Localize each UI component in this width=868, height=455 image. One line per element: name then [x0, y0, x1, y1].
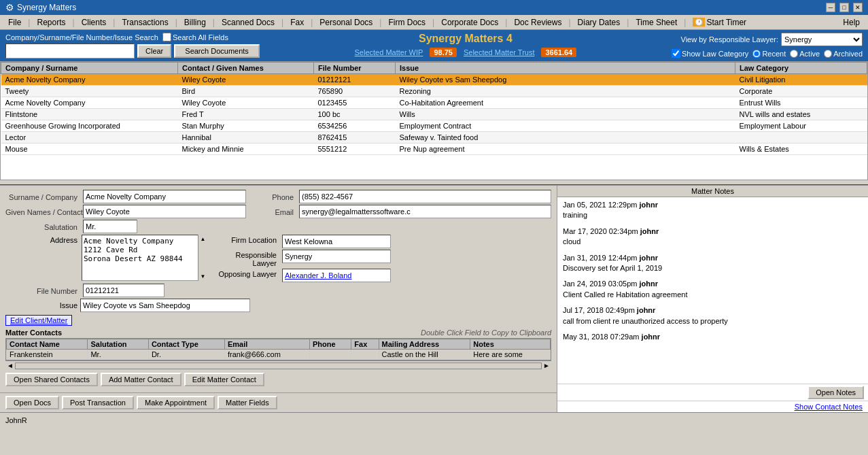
search-input[interactable] — [5, 44, 135, 58]
table-cell-law_category: NVL wills and estates — [735, 109, 867, 120]
contacts-buttons: Open Shared Contacts Add Matter Contact … — [5, 370, 551, 389]
note-date: Jul 17, 2018 02:49pm — [563, 306, 637, 314]
contact-cell-address: Castle on the Hill — [379, 350, 470, 360]
table-cell-issue: Safeway v. Tainted food — [396, 132, 735, 144]
firm-location-input[interactable] — [282, 235, 391, 248]
table-row[interactable]: MouseMickey and Minnie5551212Pre Nup agr… — [1, 144, 867, 155]
archived-radio-label: Archived — [824, 50, 863, 58]
close-button[interactable]: ✕ — [853, 3, 863, 12]
open-notes-button[interactable]: Open Notes — [808, 386, 864, 399]
note-author: johnr — [640, 201, 659, 209]
contacts-scroll[interactable]: Contact Name Salutation Contact Type Ema… — [5, 338, 551, 360]
search-documents-button[interactable]: Search Documents — [174, 44, 260, 58]
addr-scroll-up[interactable]: ▲ — [201, 236, 206, 242]
col-law-category: Law Category — [735, 63, 867, 74]
col-notes: Notes — [470, 339, 551, 350]
trust-link[interactable]: Selected Matter Trust — [464, 48, 535, 56]
scroll-left-arrow[interactable]: ◄ — [7, 362, 14, 369]
given-names-label: Given Names / Contact — [5, 207, 80, 216]
edit-client-matter-button[interactable]: Edit Client/Matter — [5, 315, 72, 326]
matter-fields-button[interactable]: Matter Fields — [218, 396, 277, 409]
recent-radio[interactable] — [752, 50, 761, 58]
menu-doc-reviews[interactable]: Doc Reviews — [508, 16, 567, 29]
search-all-checkbox[interactable] — [162, 33, 171, 41]
salutation-input[interactable] — [83, 220, 137, 233]
menu-personal-docs[interactable]: Personal Docs — [314, 16, 378, 29]
surname-input[interactable] — [83, 190, 246, 203]
search-all-checkbox-label: Search All Fields — [162, 33, 228, 41]
menu-clients[interactable]: Clients — [76, 16, 112, 29]
address-textarea[interactable] — [82, 235, 207, 281]
table-row[interactable]: FlintstoneFred T100 bcWillsNVL wills and… — [1, 109, 867, 120]
table-row[interactable]: Greenhouse Growing IncorporatedStan Murp… — [1, 120, 867, 132]
issue-input[interactable] — [80, 299, 250, 312]
responsible-lawyer-select[interactable]: Synergy — [781, 33, 863, 46]
phone-label: Phone — [249, 192, 296, 201]
show-law-category-checkbox[interactable] — [672, 49, 680, 58]
note-date: Mar 17, 2020 02:34pm — [563, 227, 640, 235]
edit-matter-contact-button[interactable]: Edit Matter Contact — [184, 373, 264, 386]
header-title: Synergy Matters 4 — [419, 33, 513, 45]
table-cell-file: 01212121 — [314, 74, 396, 86]
minimize-button[interactable]: ─ — [826, 3, 835, 12]
view-options: View by Responsible Lawyer: Synergy Show… — [672, 33, 863, 58]
list-item[interactable]: FrankensteinMr.Dr.frank@666.comCastle on… — [7, 350, 551, 360]
notes-content: Jan 05, 2021 12:29pm johnrtrainingMar 17… — [557, 197, 868, 384]
responsible-lawyer-input[interactable] — [282, 250, 391, 263]
contacts-scrollbar[interactable]: ◄ ► — [5, 360, 551, 370]
make-appointment-button[interactable]: Make Appointment — [137, 396, 215, 409]
menu-time-sheet[interactable]: Time Sheet — [630, 16, 682, 29]
show-contact-notes-link[interactable]: Show Contact Notes — [557, 401, 868, 412]
table-cell-file: 0123455 — [314, 97, 396, 109]
menu-billing[interactable]: Billing — [179, 16, 211, 29]
menu-fax[interactable]: Fax — [285, 16, 309, 29]
given-names-input[interactable] — [83, 205, 246, 218]
search-label: Company/Surname/File Number/Issue Search — [5, 33, 158, 41]
menu-help[interactable]: Help — [837, 16, 865, 29]
phone-input[interactable] — [299, 190, 551, 203]
menu-diary-dates[interactable]: Diary Dates — [572, 16, 626, 29]
bottom-panel: Surname / Company Phone Given Names / Co… — [0, 184, 868, 412]
menu-scanned-docs[interactable]: Scanned Docs — [216, 16, 280, 29]
window-controls: ─ □ ✕ — [826, 3, 863, 12]
note-author: johnr — [640, 280, 659, 288]
wip-badge: 98.75 — [430, 48, 457, 57]
menu-reports[interactable]: Reports — [31, 16, 71, 29]
open-shared-contacts-button[interactable]: Open Shared Contacts — [5, 373, 98, 386]
contact-cell-fax — [351, 350, 379, 360]
open-docs-button[interactable]: Open Docs — [5, 396, 59, 409]
note-entry: Jan 24, 2019 03:05pm johnrClient Called … — [563, 279, 863, 300]
open-notes-area: Open Notes — [557, 384, 868, 401]
table-row[interactable]: LectorHannibal8762415Safeway v. Tainted … — [1, 132, 867, 144]
email-label: Email — [249, 207, 296, 216]
menu-start-timer[interactable]: 🕐Start Timer — [687, 16, 752, 29]
note-author: johnr — [640, 254, 659, 262]
add-matter-contact-button[interactable]: Add Matter Contact — [101, 373, 181, 386]
opposing-lawyer-input[interactable] — [282, 269, 391, 282]
menu-corporate-docs[interactable]: Corporate Docs — [436, 16, 504, 29]
clear-button[interactable]: Clear — [137, 44, 171, 58]
file-number-input[interactable] — [83, 284, 164, 297]
menu-firm-docs[interactable]: Firm Docs — [383, 16, 431, 29]
table-row[interactable]: Acme Novelty CompanyWiley Coyote01212121… — [1, 74, 867, 86]
addr-scroll-down[interactable]: ▼ — [201, 273, 206, 280]
archived-radio[interactable] — [824, 50, 832, 58]
wip-link[interactable]: Selected Matter WIP — [355, 48, 423, 56]
post-transaction-button[interactable]: Post Transaction — [62, 396, 134, 409]
contacts-title: Matter Contacts — [5, 328, 62, 337]
table-row[interactable]: TweetyBird765890RezoningCorporate — [1, 86, 867, 97]
menu-transactions[interactable]: Transactions — [116, 16, 173, 29]
recent-radio-label: Recent — [752, 50, 786, 58]
email-input[interactable] — [299, 205, 551, 218]
titlebar: ⚙ Synergy Matters ─ □ ✕ — [0, 0, 868, 15]
scroll-right-arrow[interactable]: ► — [543, 362, 550, 369]
col-phone: Phone — [309, 339, 351, 350]
note-text: Client Called re Habitation agreement — [563, 290, 863, 300]
table-row[interactable]: Acme Novelty CompanyWiley Coyote0123455C… — [1, 97, 867, 109]
menubar: File | Reports | Clients | Transactions … — [0, 15, 868, 30]
table-cell-company: Acme Novelty Company — [1, 74, 178, 86]
maximize-button[interactable]: □ — [839, 3, 849, 12]
active-radio-label: Active — [790, 50, 820, 58]
menu-file[interactable]: File — [3, 16, 27, 29]
active-radio[interactable] — [790, 50, 798, 58]
